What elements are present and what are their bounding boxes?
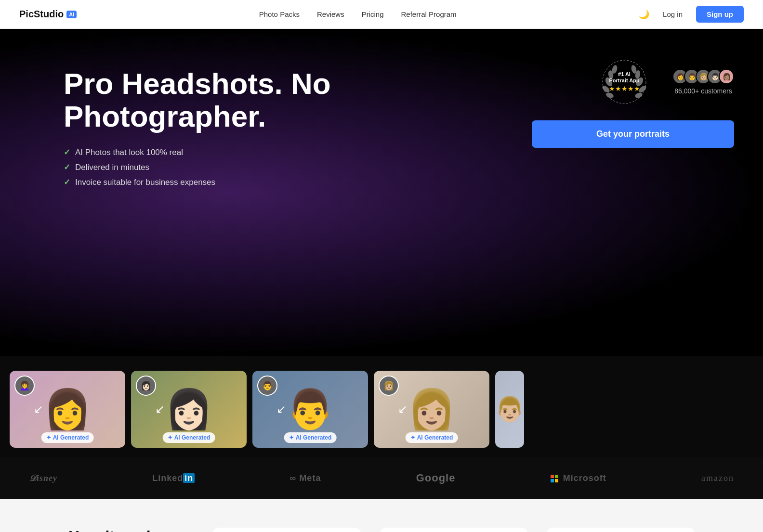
ai-badge-label-2: ✦ AI Generated (163, 432, 215, 443)
arrow-icon-1: ↙ (34, 402, 43, 416)
arrow-icon-2: ↙ (155, 402, 165, 416)
hero-features: AI Photos that look 100% real Delivered … (64, 147, 343, 187)
how-text: How it works Generating your own portrai… (68, 528, 194, 532)
ai-badge: AI (66, 11, 77, 18)
signup-button[interactable]: Sign up (696, 6, 744, 23)
award-title: #1 AI Portrait App (609, 71, 640, 84)
photo-card-4: 👩🏼 👩🏼 ↙ ✦ AI Generated (374, 371, 489, 448)
photo-card-2: 👩🏻 👩🏻 ↙ ✦ AI Generated (131, 371, 247, 448)
brand-google: Google (416, 472, 456, 484)
ai-badge-label-1: ✦ AI Generated (41, 432, 94, 443)
brand-microsoft: Microsoft (551, 473, 606, 483)
customers-count: 86,000+ customers (674, 87, 732, 95)
how-title: How it works (68, 528, 194, 532)
ai-star-icon-1: ✦ (46, 434, 51, 441)
nav-links: Photo Packs Reviews Pricing Referral Pro… (259, 10, 457, 18)
hero-headline: Pro Headshots. No Photographer. (64, 67, 343, 133)
original-thumb-3: 👨 (257, 376, 277, 396)
cta-button[interactable]: Get your portraits (532, 120, 734, 148)
navbar: PicStudio AI Photo Packs Reviews Pricing… (0, 0, 763, 29)
brand-meta: ∞ Meta (290, 473, 321, 483)
step-card-1: Step 1 Pick a style (213, 528, 361, 532)
logo-text: PicStudio (19, 9, 64, 20)
brands-bar: 𝒟isney Linkedin ∞ Meta Google Microsoft … (0, 457, 763, 499)
step-card-3: Step 3 Download and share ✦ 40 (547, 528, 695, 532)
ai-badge-label-3: ✦ AI Generated (284, 432, 337, 443)
nav-reviews[interactable]: Reviews (317, 10, 344, 18)
hero-right: #1 AI Portrait App ★★★★★ 👩 👨 👩🏼 👨🏻 👩🏽 86… (532, 58, 763, 148)
photo-card-5: 👨🏼 (495, 371, 524, 448)
nav-referral[interactable]: Referral Program (401, 10, 457, 18)
steps-container: Step 1 Pick a style (213, 528, 695, 532)
original-thumb-2: 👩🏻 (136, 376, 156, 396)
photo-strip-inner: 👩 👩‍🦱 ↙ ✦ AI Generated 👩🏻 👩🏻 ↙ ✦ AI Gene… (0, 371, 763, 448)
original-thumb-4: 👩🏼 (379, 376, 399, 396)
hero-badges: #1 AI Portrait App ★★★★★ 👩 👨 👩🏼 👨🏻 👩🏽 86… (600, 58, 734, 106)
svg-rect-13 (551, 479, 554, 482)
microsoft-icon (551, 475, 558, 482)
arrow-icon-3: ↙ (276, 402, 286, 416)
photo-card-3: 👨 👨 ↙ ✦ AI Generated (252, 371, 368, 448)
hero-feature-2: Delivered in minutes (64, 162, 343, 172)
step-card-2: Step 2 Upload 8 photos + (380, 528, 528, 532)
photo-card-1: 👩 👩‍🦱 ↙ ✦ AI Generated (10, 371, 125, 448)
ai-star-icon-2: ✦ (168, 434, 172, 441)
customer-avatars: 👩 👨 👩🏼 👨🏻 👩🏽 (672, 69, 734, 84)
logo[interactable]: PicStudio AI (19, 9, 77, 20)
nav-pricing[interactable]: Pricing (362, 10, 384, 18)
brand-linkedin: Linkedin (152, 473, 195, 483)
hero-section: Pro Headshots. No Photographer. AI Photo… (0, 29, 763, 356)
svg-rect-12 (555, 475, 558, 478)
hero-feature-1: AI Photos that look 100% real (64, 147, 343, 157)
login-button[interactable]: Log in (657, 6, 688, 22)
ai-badge-label-4: ✦ AI Generated (406, 432, 458, 443)
how-inner: How it works Generating your own portrai… (68, 528, 695, 532)
photo-strip: 👩 👩‍🦱 ↙ ✦ AI Generated 👩🏻 👩🏻 ↙ ✦ AI Gene… (0, 356, 763, 457)
ai-star-icon-3: ✦ (289, 434, 294, 441)
customer-avatar-5: 👩🏽 (719, 69, 734, 84)
brand-amazon: amazon (701, 473, 734, 483)
theme-toggle-icon[interactable]: 🌙 (639, 9, 649, 20)
nav-right: 🌙 Log in Sign up (639, 6, 744, 23)
svg-rect-14 (555, 479, 558, 482)
svg-point-5 (605, 92, 614, 99)
brand-disney: 𝒟isney (29, 473, 57, 483)
award-stars: ★★★★★ (609, 85, 640, 92)
photo-bg-5: 👨🏼 (495, 371, 524, 448)
award-ring: #1 AI Portrait App ★★★★★ (600, 58, 648, 106)
nav-photo-packs[interactable]: Photo Packs (259, 10, 300, 18)
original-thumb-1: 👩‍🦱 (14, 376, 35, 396)
how-section: How it works Generating your own portrai… (0, 499, 763, 532)
svg-rect-11 (551, 475, 554, 478)
ai-star-icon-4: ✦ (410, 434, 415, 441)
customers-badge: 👩 👨 👩🏼 👨🏻 👩🏽 86,000+ customers (672, 69, 734, 95)
arrow-icon-4: ↙ (398, 402, 408, 416)
hero-feature-3: Invoice suitable for business expenses (64, 177, 343, 187)
award-badge: #1 AI Portrait App ★★★★★ (600, 58, 648, 106)
